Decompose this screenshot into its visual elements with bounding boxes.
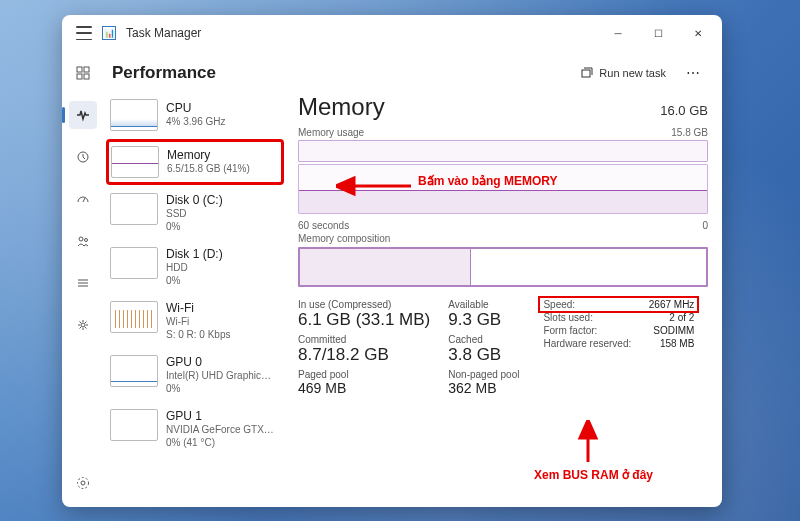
resource-item-disk1[interactable]: Disk 1 (D:)HDD0% — [106, 241, 284, 293]
maximize-button[interactable]: ☐ — [638, 15, 678, 51]
titlebar[interactable]: 📊 Task Manager ─ ☐ ✕ — [62, 15, 722, 51]
resource-item-cpu[interactable]: CPU4% 3.96 GHz — [106, 93, 284, 137]
paged-value: 469 MB — [298, 380, 430, 396]
svg-rect-1 — [84, 67, 89, 72]
resource-item-gpu1[interactable]: GPU 1NVIDIA GeForce GTX…0% (41 °C) — [106, 403, 284, 455]
resource-sub: Wi-Fi — [166, 316, 230, 329]
nav-services[interactable] — [69, 311, 97, 339]
minimize-button[interactable]: ─ — [598, 15, 638, 51]
usage-max: 15.8 GB — [671, 127, 708, 138]
nav-settings[interactable] — [69, 469, 97, 497]
speed-value: 2667 MHz — [649, 299, 695, 310]
run-new-task-button[interactable]: Run new task — [573, 63, 674, 83]
gpu1-thumbnail — [110, 409, 158, 441]
svg-line-5 — [83, 198, 85, 202]
resource-item-memory[interactable]: Memory6.5/15.8 GB (41%) — [106, 139, 284, 185]
speed-label: Speed: — [543, 299, 575, 310]
resource-sub2: 0% — [166, 221, 223, 234]
disk0-thumbnail — [110, 193, 158, 225]
resource-item-disk0[interactable]: Disk 0 (C:)SSD0% — [106, 187, 284, 239]
nav-users[interactable] — [69, 227, 97, 255]
composition-free — [471, 249, 706, 285]
time-60s: 60 seconds — [298, 220, 349, 231]
resource-name: CPU — [166, 101, 225, 116]
run-task-label: Run new task — [599, 67, 666, 79]
memory-composition-bar[interactable] — [298, 247, 708, 287]
nav-performance[interactable] — [69, 101, 97, 129]
gpu0-thumbnail — [110, 355, 158, 387]
task-manager-window: 📊 Task Manager ─ ☐ ✕ — [62, 15, 722, 507]
gear-icon — [76, 318, 90, 332]
nonpaged-label: Non-paged pool — [448, 369, 519, 380]
composition-label: Memory composition — [298, 233, 390, 244]
composition-inuse — [300, 249, 471, 285]
resource-sub2: 0% — [166, 275, 223, 288]
svg-point-12 — [81, 481, 85, 485]
disk1-thumbnail — [110, 247, 158, 279]
annotation-text-1: Bấm vào bảng MEMORY — [418, 174, 558, 188]
reserved-label: Hardware reserved: — [543, 338, 631, 349]
inuse-label: In use (Compressed) — [298, 299, 430, 310]
close-button[interactable]: ✕ — [678, 15, 718, 51]
resource-item-wifi[interactable]: Wi-FiWi-FiS: 0 R: 0 Kbps — [106, 295, 284, 347]
nav-startup[interactable] — [69, 185, 97, 213]
resource-sub2: S: 0 R: 0 Kbps — [166, 329, 230, 342]
usage-label: Memory usage — [298, 127, 364, 138]
form-value: SODIMM — [653, 325, 694, 336]
hamburger-icon[interactable] — [76, 26, 92, 40]
annotation-text-2: Xem BUS RAM ở đây — [534, 468, 653, 482]
wifi-thumbnail — [110, 301, 158, 333]
memory-thumbnail — [111, 146, 159, 178]
reserved-value: 158 MB — [653, 338, 694, 349]
performance-pane: Performance Run new task ⋯ CPU4% 3.96 GH… — [104, 51, 722, 507]
cached-value: 3.8 GB — [448, 345, 519, 365]
settings-icon — [76, 476, 90, 490]
resource-sub2: 0% (41 °C) — [166, 437, 274, 450]
svg-rect-0 — [77, 67, 82, 72]
annotation-arrow-up — [574, 420, 602, 466]
app-icon: 📊 — [102, 26, 116, 40]
resource-name: Memory — [167, 148, 250, 163]
cached-label: Cached — [448, 334, 519, 345]
history-icon — [76, 150, 90, 164]
resource-sub: HDD — [166, 262, 223, 275]
svg-point-6 — [79, 237, 83, 241]
paged-label: Paged pool — [298, 369, 430, 380]
resource-list: CPU4% 3.96 GHzMemory6.5/15.8 GB (41%)Dis… — [106, 93, 284, 501]
run-icon — [581, 67, 593, 79]
more-button[interactable]: ⋯ — [682, 65, 706, 81]
window-title: Task Manager — [126, 26, 201, 40]
users-icon — [76, 234, 90, 248]
committed-label: Committed — [298, 334, 430, 345]
svg-point-7 — [85, 239, 88, 242]
resource-sub: 6.5/15.8 GB (41%) — [167, 163, 250, 176]
committed-value: 8.7/18.2 GB — [298, 345, 430, 365]
memory-usage-mini-graph — [298, 140, 708, 162]
resource-sub2: 0% — [166, 383, 271, 396]
slots-label: Slots used: — [543, 312, 631, 323]
svg-marker-16 — [336, 178, 354, 194]
resource-name: GPU 0 — [166, 355, 271, 370]
nav-details[interactable] — [69, 269, 97, 297]
time-0: 0 — [702, 220, 708, 231]
nonpaged-value: 362 MB — [448, 380, 519, 396]
nav-app-history[interactable] — [69, 143, 97, 171]
available-label: Available — [448, 299, 519, 310]
memory-detail: Memory 16.0 GB Memory usage 15.8 GB 60 s… — [284, 93, 708, 501]
svg-rect-14 — [582, 70, 590, 77]
available-value: 9.3 GB — [448, 310, 519, 330]
svg-marker-18 — [580, 420, 596, 438]
pulse-icon — [76, 108, 90, 122]
slots-value: 2 of 2 — [653, 312, 694, 323]
svg-rect-2 — [77, 74, 82, 79]
pane-title: Performance — [112, 63, 216, 83]
resource-name: Disk 1 (D:) — [166, 247, 223, 262]
resource-sub: Intel(R) UHD Graphic… — [166, 370, 271, 383]
nav-rail — [62, 51, 104, 507]
inuse-value: 6.1 GB (33.1 MB) — [298, 310, 430, 330]
svg-point-13 — [78, 478, 89, 489]
cpu-thumbnail — [110, 99, 158, 131]
nav-processes[interactable] — [69, 59, 97, 87]
resource-item-gpu0[interactable]: GPU 0Intel(R) UHD Graphic…0% — [106, 349, 284, 401]
total-memory: 16.0 GB — [660, 103, 708, 118]
